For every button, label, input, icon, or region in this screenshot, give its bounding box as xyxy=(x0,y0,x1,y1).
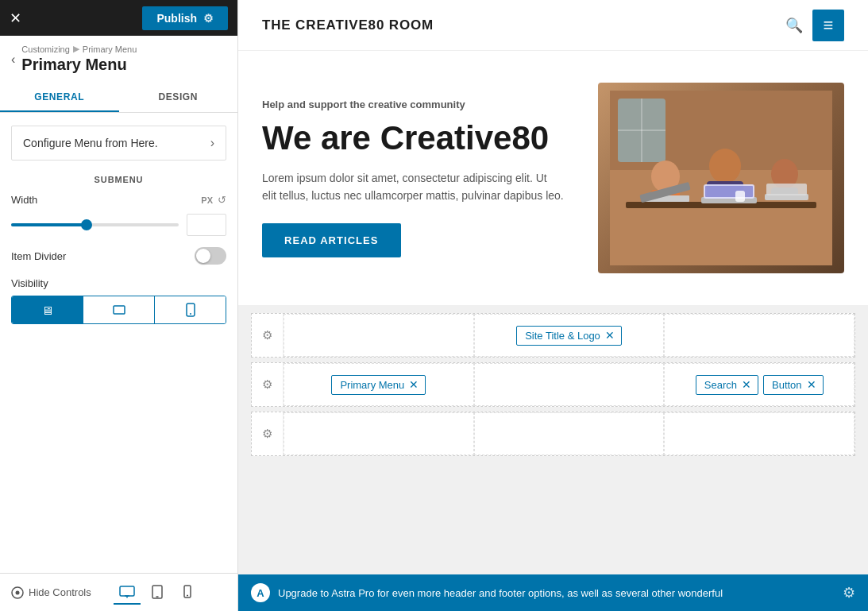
preview-site-header: THE CREATIVE80 ROOM 🔍 ≡ xyxy=(238,0,868,51)
hamburger-icon: ≡ xyxy=(824,17,834,34)
search-chip-label: Search xyxy=(704,379,737,391)
width-label: Width xyxy=(11,194,37,206)
chevron-right-icon: › xyxy=(210,136,214,150)
bottom-bar: Hide Controls xyxy=(0,573,237,611)
search-chip: Search ✕ xyxy=(696,375,758,395)
width-unit-row: PX ↺ xyxy=(201,194,226,206)
width-slider-row xyxy=(11,214,226,236)
builder-row-3-cells xyxy=(284,412,854,455)
header-menu-button[interactable]: ≡ xyxy=(812,10,844,41)
hero-tagline: Help and support the creative community xyxy=(262,99,574,110)
configure-menu-button[interactable]: Configure Menu from Here. › xyxy=(11,126,226,160)
mobile-icon xyxy=(183,585,191,598)
hero-image-inner xyxy=(598,83,844,273)
builder-row-3: ⚙ xyxy=(251,412,855,456)
svg-rect-5 xyxy=(120,586,134,596)
eye-icon xyxy=(11,586,24,599)
hero-text: Help and support the creative community … xyxy=(262,99,574,258)
slider-thumb[interactable] xyxy=(81,219,92,230)
breadcrumb-current: Primary Menu xyxy=(83,44,137,54)
button-chip: Button ✕ xyxy=(763,375,824,395)
builder-cell-2-3[interactable]: Search ✕ Button ✕ xyxy=(664,363,854,406)
preview-hero: Help and support the creative community … xyxy=(238,51,868,305)
svg-rect-31 xyxy=(735,191,745,202)
svg-point-22 xyxy=(709,149,741,184)
visibility-buttons: 🖥 xyxy=(11,296,226,324)
tablet-icon xyxy=(152,585,163,599)
builder-row-1-gear[interactable]: ⚙ xyxy=(252,314,284,357)
tab-design[interactable]: DESIGN xyxy=(119,83,238,112)
visibility-mobile-button[interactable] xyxy=(155,296,226,323)
builder-cell-3-1[interactable] xyxy=(284,412,474,455)
visibility-tablet-button[interactable] xyxy=(83,296,155,323)
site-title: THE CREATIVE80 ROOM xyxy=(262,17,434,33)
back-button[interactable]: ‹ xyxy=(11,52,15,67)
device-tablet-button[interactable] xyxy=(144,581,171,605)
hero-image xyxy=(598,83,844,273)
builder-cell-3-2[interactable] xyxy=(474,412,665,455)
panel-body: Configure Menu from Here. › SUBMENU Widt… xyxy=(0,113,237,573)
breadcrumb-bar: ‹ Customizing ▶ Primary Menu Primary Men… xyxy=(0,36,237,75)
header-icons: 🔍 ≡ xyxy=(785,10,844,41)
visibility-desktop-button[interactable]: 🖥 xyxy=(12,296,83,323)
width-input[interactable] xyxy=(187,214,226,236)
customizer-panel: ✕ Publish ⚙ ‹ Customizing ▶ Primary Menu… xyxy=(0,0,238,611)
site-title-logo-chip: Site Title & Logo ✕ xyxy=(516,326,622,346)
builder-cell-1-3[interactable] xyxy=(664,314,854,357)
builder-cell-3-3[interactable] xyxy=(664,412,854,455)
publish-button[interactable]: Publish ⚙ xyxy=(142,6,228,30)
device-mobile-button[interactable] xyxy=(174,581,201,605)
header-search-icon[interactable]: 🔍 xyxy=(785,17,803,34)
upgrade-bar-text: Upgrade to Astra Pro for even more heade… xyxy=(278,587,835,599)
svg-rect-30 xyxy=(766,184,807,195)
hide-controls-label: Hide Controls xyxy=(29,586,91,598)
width-field-row: Width PX ↺ xyxy=(11,194,226,206)
builder-row-3-gear[interactable]: ⚙ xyxy=(252,412,284,455)
device-desktop-button[interactable] xyxy=(114,581,141,605)
primary-menu-remove[interactable]: ✕ xyxy=(409,379,419,390)
breadcrumb-separator: ▶ xyxy=(73,44,79,54)
tab-general[interactable]: GENERAL xyxy=(0,83,119,112)
item-divider-toggle[interactable] xyxy=(195,247,226,265)
site-title-logo-label: Site Title & Logo xyxy=(525,330,600,342)
device-buttons xyxy=(114,581,201,605)
top-bar: ✕ Publish ⚙ xyxy=(0,0,237,36)
button-chip-remove[interactable]: ✕ xyxy=(807,379,816,390)
hero-cta-button[interactable]: READ ARTICLES xyxy=(262,223,401,257)
builder-row-2-cells: Primary Menu ✕ Search ✕ Button ✕ xyxy=(284,363,854,406)
builder-row-2: ⚙ Primary Menu ✕ Search ✕ Button xyxy=(251,362,855,407)
close-button[interactable]: ✕ xyxy=(10,11,21,25)
site-title-logo-remove[interactable]: ✕ xyxy=(605,330,615,341)
builder-cell-1-1[interactable] xyxy=(284,314,474,357)
astra-icon: A xyxy=(251,583,270,602)
builder-cell-2-2[interactable] xyxy=(474,363,665,406)
upgrade-bar: A Upgrade to Astra Pro for even more hea… xyxy=(238,574,868,611)
builder-area: ⚙ Site Title & Logo ✕ ⚙ Primary Menu xyxy=(238,305,868,574)
item-divider-row: Item Divider xyxy=(11,247,226,265)
builder-row-1: ⚙ Site Title & Logo ✕ xyxy=(251,313,855,358)
gear-icon: ⚙ xyxy=(203,12,214,25)
builder-row-2-gear[interactable]: ⚙ xyxy=(252,363,284,406)
configure-menu-label: Configure Menu from Here. xyxy=(23,137,158,149)
svg-point-4 xyxy=(16,590,20,594)
reset-icon[interactable]: ↺ xyxy=(218,194,226,206)
hero-title: We are Creative80 xyxy=(262,120,574,157)
desktop-icon xyxy=(119,586,135,598)
svg-rect-26 xyxy=(705,186,753,197)
breadcrumb-root: Customizing xyxy=(21,44,70,54)
builder-cell-2-1[interactable]: Primary Menu ✕ xyxy=(284,363,474,406)
slider-fill xyxy=(11,223,87,226)
width-slider[interactable] xyxy=(11,223,179,226)
search-chip-remove[interactable]: ✕ xyxy=(742,379,751,390)
hero-body: Lorem ipsum dolor sit amet, consectetur … xyxy=(262,169,564,205)
visibility-section: Visibility 🖥 xyxy=(11,277,226,324)
panel-title: Primary Menu xyxy=(21,56,137,74)
primary-menu-chip: Primary Menu ✕ xyxy=(331,375,426,395)
breadcrumb: Customizing ▶ Primary Menu Primary Menu xyxy=(21,44,137,74)
preview-area: THE CREATIVE80 ROOM 🔍 ≡ Help and support… xyxy=(238,0,868,611)
builder-cell-1-2[interactable]: Site Title & Logo ✕ xyxy=(474,314,665,357)
upgrade-settings-icon[interactable]: ⚙ xyxy=(843,584,855,601)
hide-controls-button[interactable]: Hide Controls xyxy=(11,586,91,599)
button-chip-label: Button xyxy=(772,379,802,391)
visibility-label: Visibility xyxy=(11,277,226,289)
